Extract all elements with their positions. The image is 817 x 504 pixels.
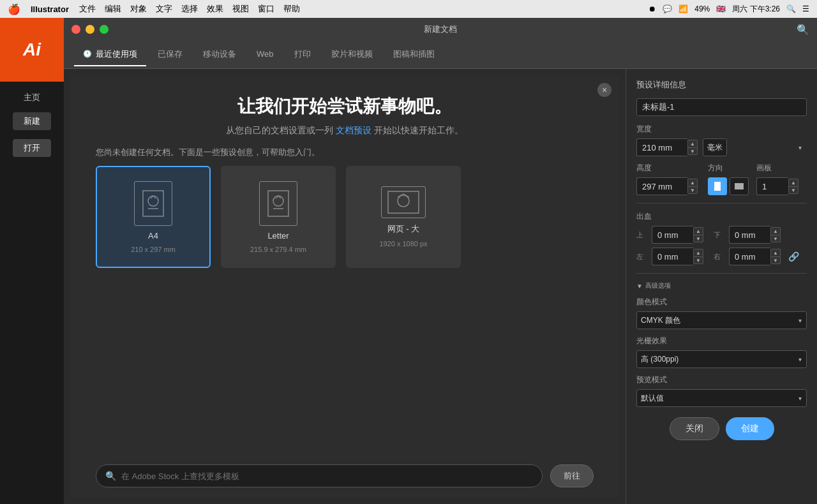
- link-bleed-icon[interactable]: 🔗: [786, 249, 801, 264]
- preset-letter-size: 215.9 x 279.4 mm: [250, 246, 306, 253]
- search-menubar-icon[interactable]: 🔍: [786, 4, 796, 13]
- preview-select[interactable]: 默认值 像素 叠印: [636, 389, 807, 407]
- menu-window[interactable]: 窗口: [258, 3, 274, 15]
- menu-select[interactable]: 选择: [181, 3, 198, 15]
- subtitle-link[interactable]: 文档预设: [336, 125, 371, 135]
- preset-web-large-icon: [381, 186, 426, 218]
- window-controls: [71, 25, 109, 34]
- bleed-top-row: 上 ▲ ▼ 下 ▲: [636, 226, 807, 244]
- tab-recent[interactable]: 🕐 最近使用项: [74, 43, 146, 66]
- minimize-button[interactable]: [86, 25, 94, 34]
- tab-art-label: 图稿和插图: [393, 48, 435, 60]
- subtitle-before: 从您自己的文档设置或一列: [226, 125, 333, 135]
- width-input[interactable]: [636, 138, 687, 156]
- tab-film[interactable]: 胶片和视频: [322, 43, 382, 66]
- artboard-input-group: ▲ ▼: [756, 177, 798, 195]
- bleed-top-down[interactable]: ▼: [693, 235, 703, 242]
- advanced-toggle[interactable]: ▼ 高级选项: [636, 281, 807, 290]
- portrait-button[interactable]: [708, 177, 727, 195]
- apple-menu[interactable]: 🍎: [8, 3, 20, 15]
- bleed-left-up[interactable]: ▲: [693, 249, 703, 256]
- bleed-right-down[interactable]: ▼: [770, 256, 781, 264]
- menu-edit[interactable]: 编辑: [105, 3, 121, 15]
- menu-text[interactable]: 文字: [156, 3, 172, 15]
- raster-select[interactable]: 高 (300ppi) 中 (150ppi) 低 (72ppi): [636, 350, 807, 368]
- tab-film-label: 胶片和视频: [331, 48, 373, 60]
- raster-select-wrapper: 高 (300ppi) 中 (150ppi) 低 (72ppi): [636, 350, 807, 368]
- menu-view[interactable]: 视图: [232, 3, 249, 15]
- tab-art[interactable]: 图稿和插图: [384, 43, 444, 66]
- menu-help[interactable]: 帮助: [283, 3, 300, 15]
- width-up-button[interactable]: ▲: [687, 140, 698, 147]
- document-name-input[interactable]: [636, 98, 807, 116]
- tab-print[interactable]: 打印: [285, 43, 320, 66]
- svg-rect-8: [714, 182, 721, 191]
- bleed-left-input-group: ▲ ▼: [652, 248, 703, 265]
- tab-web[interactable]: Web: [248, 44, 283, 65]
- menu-object[interactable]: 对象: [130, 3, 147, 15]
- dialog-title: 让我们开始尝试新事物吧。: [96, 94, 594, 119]
- artboard-input[interactable]: [756, 177, 788, 195]
- new-button[interactable]: 新建: [13, 112, 51, 130]
- height-orientation-row: 高度 ▲ ▼ 方向: [636, 163, 807, 195]
- preview-select-wrapper: 默认值 像素 叠印: [636, 389, 807, 407]
- record-icon: ⏺: [648, 4, 656, 13]
- search-icon[interactable]: 🔍: [797, 24, 809, 36]
- bleed-top-input[interactable]: [652, 226, 693, 244]
- search-input[interactable]: [121, 471, 533, 481]
- close-button[interactable]: 关闭: [670, 417, 719, 440]
- bleed-left-down[interactable]: ▼: [693, 256, 703, 264]
- width-down-button[interactable]: ▼: [687, 147, 698, 155]
- dialog-search-bar[interactable]: 🔍: [96, 464, 543, 487]
- logo-text: Ai: [23, 40, 41, 60]
- width-input-group: ▲ ▼: [636, 138, 698, 156]
- bleed-bottom-up[interactable]: ▲: [770, 227, 781, 235]
- menubar: 🍎 Illustrator 文件 编辑 对象 文字 选择 效果 视图 窗口 帮助…: [0, 0, 817, 18]
- unit-select-wrapper: 毫米 像素 厘米 英寸: [703, 138, 807, 156]
- tab-mobile[interactable]: 移动设备: [194, 43, 245, 66]
- orientation-label: 方向: [708, 163, 749, 174]
- artboard-label: 画板: [756, 163, 798, 174]
- height-spinner: ▲ ▼: [687, 179, 698, 194]
- menu-extra[interactable]: ☰: [802, 4, 809, 13]
- height-input[interactable]: [636, 177, 687, 195]
- preset-letter[interactable]: Letter 215.9 x 279.4 mm: [221, 166, 336, 268]
- artboard-down-button[interactable]: ▼: [788, 186, 798, 194]
- height-up-button[interactable]: ▲: [687, 179, 698, 186]
- app-name: Illustrator: [31, 4, 69, 14]
- bleed-right-input[interactable]: [729, 248, 770, 265]
- maximize-button[interactable]: [100, 25, 109, 34]
- search-icon: 🔍: [105, 471, 116, 481]
- dialog-close-button[interactable]: ×: [597, 83, 611, 97]
- wifi-icon: 📶: [678, 4, 688, 13]
- preset-a4-name: A4: [148, 231, 158, 241]
- tab-print-label: 打印: [294, 48, 311, 60]
- preview-row: 默认值 像素 叠印: [636, 389, 807, 407]
- bleed-top-up[interactable]: ▲: [693, 227, 703, 235]
- color-mode-select[interactable]: CMYK 颜色 RGB 颜色: [636, 311, 807, 329]
- sidebar-home[interactable]: 主页: [24, 92, 40, 103]
- go-button[interactable]: 前往: [550, 464, 594, 487]
- bleed-right-label: 右: [714, 252, 724, 262]
- unit-select[interactable]: 毫米 像素 厘米 英寸: [703, 138, 727, 156]
- landscape-button[interactable]: [730, 177, 749, 195]
- menu-file[interactable]: 文件: [79, 3, 96, 15]
- bleed-lr-row: 左 ▲ ▼ 右 ▲: [636, 248, 807, 265]
- bleed-right-up[interactable]: ▲: [770, 249, 781, 256]
- bleed-bottom-input[interactable]: [729, 226, 770, 244]
- create-button[interactable]: 创建: [726, 417, 774, 440]
- preset-web-large[interactable]: 网页 - 大 1920 x 1080 px: [346, 166, 461, 268]
- color-mode-label: 颜色模式: [636, 297, 807, 308]
- bleed-bottom-down[interactable]: ▼: [770, 235, 781, 242]
- open-button[interactable]: 打开: [13, 139, 51, 157]
- bleed-left-input[interactable]: [652, 248, 693, 265]
- presets-grid: A4 210 x 297 mm Let: [70, 166, 619, 268]
- height-down-button[interactable]: ▼: [687, 186, 698, 194]
- tab-saved[interactable]: 已保存: [149, 43, 191, 66]
- main-content: 新建文档 🔍 🕐 最近使用项 已保存 移动设备 Web 打印 胶片和视频: [64, 18, 817, 504]
- close-window-button[interactable]: [71, 25, 80, 34]
- menu-effect[interactable]: 效果: [207, 3, 223, 15]
- new-doc-dialog: × 让我们开始尝试新事物吧。 从您自己的文档设置或一列 文档预设 开始以快速开始…: [70, 75, 619, 498]
- artboard-up-button[interactable]: ▲: [788, 179, 798, 186]
- preset-a4[interactable]: A4 210 x 297 mm: [96, 166, 211, 268]
